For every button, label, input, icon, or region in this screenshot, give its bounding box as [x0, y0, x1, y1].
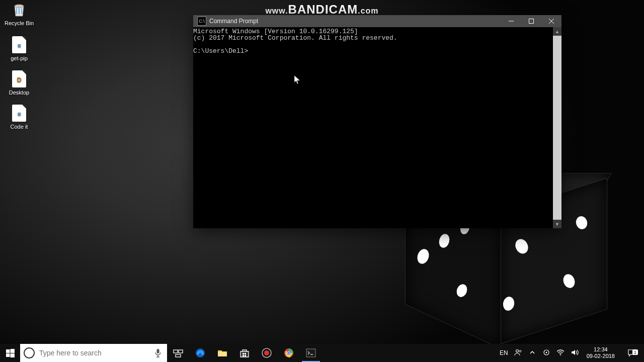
desktop-icon-label: Desktop: [4, 89, 34, 96]
svg-point-27: [560, 354, 561, 355]
clock-date: 09-02-2018: [587, 353, 615, 359]
svg-point-17: [264, 350, 269, 355]
desktop-icon-label: get-pip: [4, 55, 34, 61]
desktop-icon-get-pip[interactable]: ≡get-pip: [4, 36, 34, 61]
windows-logo-icon: [6, 349, 15, 357]
search-input[interactable]: [38, 348, 149, 357]
window-title: Command Prompt: [209, 18, 501, 25]
action-center-button[interactable]: 1: [623, 349, 640, 357]
terminal-output[interactable]: Microsoft Windows [Version 10.0.16299.12…: [193, 27, 553, 228]
taskbar-clock[interactable]: 12:34 09-02-2018: [585, 346, 617, 359]
microsoft-store-icon: [239, 347, 250, 358]
svg-rect-9: [176, 354, 181, 357]
svg-rect-3: [10, 349, 15, 353]
svg-point-21: [288, 352, 290, 354]
desktop-icon-recycle-bin[interactable]: Recycle Bin: [4, 1, 34, 26]
vertical-scrollbar[interactable]: ▲ ▼: [553, 27, 561, 228]
command-prompt-window[interactable]: C:\ Command Prompt Microsoft Windows [Ve…: [193, 15, 561, 228]
file-explorer-icon: [217, 347, 228, 358]
minimize-button[interactable]: [501, 15, 521, 27]
search-box[interactable]: [20, 344, 167, 362]
svg-point-0: [15, 5, 24, 8]
cortana-icon[interactable]: [20, 347, 38, 358]
desktop-icon-label: Code it: [4, 124, 34, 130]
svg-rect-6: [157, 349, 159, 353]
task-view-icon: [173, 347, 184, 358]
svg-point-26: [545, 351, 547, 353]
file-icon: ≡: [12, 105, 26, 122]
desktop-icon-desktop[interactable]: DDesktop: [4, 70, 34, 96]
location-icon[interactable]: [542, 348, 550, 358]
bandicam-watermark: www.BANDICAM.com: [0, 3, 644, 17]
chrome-icon: [283, 347, 294, 358]
taskbar: EN 12:34 09-02-2018 1: [0, 344, 644, 362]
svg-rect-7: [174, 350, 178, 353]
svg-rect-1: [529, 19, 534, 24]
recycle-bin-icon: [11, 1, 28, 18]
taskbar-app-chrome[interactable]: [278, 344, 300, 362]
language-indicator[interactable]: EN: [500, 349, 508, 356]
tray-chevron-icon[interactable]: [528, 348, 536, 358]
taskbar-app-command-prompt[interactable]: [300, 344, 322, 362]
bandicam-record-icon: [261, 347, 272, 358]
taskbar-app-file-explorer[interactable]: [211, 344, 233, 362]
svg-rect-14: [243, 355, 244, 356]
taskbar-app-microsoft-store[interactable]: [233, 344, 256, 362]
svg-point-24: [519, 350, 521, 352]
system-tray: EN 12:34 09-02-2018 1: [496, 344, 644, 362]
svg-point-23: [516, 349, 518, 352]
scroll-track[interactable]: [553, 36, 561, 220]
command-prompt-icon: [305, 347, 316, 358]
microphone-icon[interactable]: [149, 348, 167, 357]
svg-rect-4: [6, 353, 10, 357]
svg-rect-2: [6, 349, 10, 353]
start-button[interactable]: [0, 344, 20, 362]
svg-rect-22: [306, 349, 315, 357]
file-icon: D: [12, 70, 26, 87]
wifi-icon[interactable]: [556, 348, 565, 358]
svg-rect-15: [245, 355, 246, 356]
scroll-thumb[interactable]: [553, 36, 561, 220]
taskbar-app-task-view[interactable]: [167, 344, 189, 362]
taskbar-app-edge[interactable]: [189, 344, 211, 362]
close-button[interactable]: [541, 15, 561, 27]
scroll-down-arrow[interactable]: ▼: [553, 220, 561, 228]
cmd-icon: C:\: [197, 17, 206, 26]
volume-icon[interactable]: [571, 348, 579, 358]
scroll-up-arrow[interactable]: ▲: [553, 27, 561, 36]
notification-badge: 1: [632, 349, 638, 355]
edge-icon: [195, 347, 206, 358]
file-icon: ≡: [12, 36, 26, 53]
clock-time: 12:34: [587, 346, 615, 353]
svg-rect-5: [10, 353, 15, 357]
desktop-icon-code-it[interactable]: ≡Code it: [4, 105, 34, 130]
desktop-icon-label: Recycle Bin: [4, 20, 34, 26]
maximize-button[interactable]: [521, 15, 541, 27]
svg-rect-13: [245, 353, 246, 354]
svg-rect-12: [243, 353, 244, 354]
window-titlebar[interactable]: C:\ Command Prompt: [193, 15, 561, 27]
taskbar-app-bandicam-record[interactable]: [256, 344, 278, 362]
svg-rect-8: [179, 350, 183, 353]
svg-rect-11: [218, 352, 227, 356]
people-icon[interactable]: [514, 348, 522, 358]
